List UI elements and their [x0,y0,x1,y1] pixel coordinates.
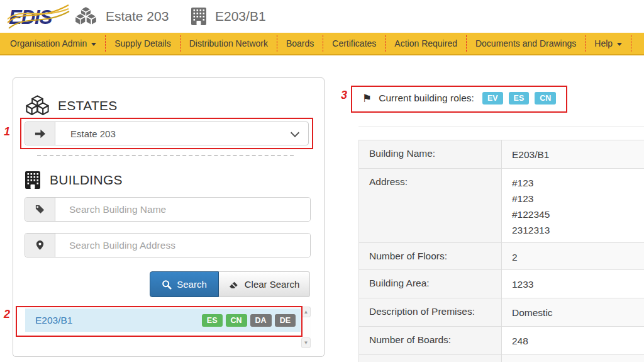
roles-label: Current building roles: [379,93,474,104]
search-button-label: Search [177,279,207,290]
search-button[interactable]: Search [150,271,219,297]
edis-app: EDIS Estate 203 [0,0,644,362]
search-icon [162,280,172,290]
edis-logo-graphic: EDIS [8,3,70,31]
breadcrumb-estate-label: Estate 203 [106,9,169,24]
annotation-number-1: 1 [4,125,10,139]
detail-label: Number of Boards: [359,327,502,354]
detail-label: Building Name: [359,140,502,168]
nav-certificates-label: Certificates [332,38,376,48]
building-address-search-group [25,233,311,257]
nav-help-label: Help [594,38,613,48]
detail-value: 1233 [502,270,644,298]
detail-value: 248 [502,327,644,354]
annotation-number-2: 2 [4,308,10,321]
table-row: Building Area: 1233 [359,270,644,298]
nav-certificates[interactable]: Certificates [323,33,385,54]
table-row [359,355,644,362]
list-scrollbar[interactable]: ▲ ▼ [301,307,311,348]
search-button-group: Search Clear Search [150,271,310,297]
table-row: Number of Boards: 248 [359,327,644,355]
estates-heading: ESTATES [26,95,118,116]
chevron-down-icon [291,128,299,137]
breadcrumb-estate: Estate 203 [74,0,169,33]
building-list-item[interactable]: E203/B1 ES CN DA DE [25,308,301,332]
building-name-search-group [25,197,311,222]
section-divider [37,155,294,156]
nav-boards-label: Boards [286,38,314,48]
scroll-down-arrow-icon[interactable]: ▼ [301,337,311,348]
detail-label: Building Area: [359,270,502,298]
building-role-badges: ES CN DA DE [202,314,301,327]
main-navbar: Organisation Admin Supply Details Distri… [0,33,644,55]
caret-down-icon [91,43,96,46]
cubes-icon [26,95,49,116]
table-row: Address: #123 #123 #122345 2312313 [359,169,644,243]
cubes-icon [74,6,97,27]
breadcrumb-building: E203/B1 [191,0,266,33]
estates-title: ESTATES [58,98,118,113]
nav-distribution-network[interactable]: Distribution Network [180,33,277,54]
building-address-search-input[interactable] [55,234,310,257]
nav-separator [631,35,631,52]
estate-select-group: Estate 203 [25,122,309,145]
role-badge-da: DA [250,314,272,327]
current-building-roles: ⚑ Current building roles: EV ES CN [362,90,556,106]
nav-supply-details-label: Supply Details [114,38,171,48]
scroll-up-arrow-icon[interactable]: ▲ [301,307,311,317]
tag-icon [25,198,55,221]
arrow-right-icon [25,122,55,145]
nav-supply-details[interactable]: Supply Details [106,33,180,54]
detail-label: Address: [359,169,502,242]
nav-distribution-network-label: Distribution Network [189,38,268,48]
nav-documents-and-drawings[interactable]: Documents and Drawings [467,33,585,54]
table-row: Building Name: E203/B1 [359,140,644,169]
detail-value: Domestic [502,298,644,326]
nav-action-required[interactable]: Action Required [386,33,466,54]
breadcrumb-building-label: E203/B1 [215,9,266,24]
buildings-title: BUILDINGS [50,173,123,188]
table-row: Number of Floors: 2 [359,243,644,270]
flag-icon: ⚑ [362,92,372,105]
nav-documents-and-drawings-label: Documents and Drawings [475,38,576,48]
table-row: Description of Premises: Domestic [359,298,644,327]
roles-divider [358,127,644,127]
estates-buildings-panel: ESTATES Estate 203 [13,77,325,357]
buildings-result-list: E203/B1 ES CN DA DE ▲ ▼ [25,307,311,348]
role-badge-es: ES [202,314,223,327]
edis-logo: EDIS [8,3,70,31]
role-badge-de: DE [275,314,296,327]
eraser-icon [229,279,240,290]
building-role-badge-cn: CN [535,92,556,105]
detail-value: 2 [502,243,644,269]
estate-select-value: Estate 203 [70,128,116,139]
building-list-item-name: E203/B1 [25,315,72,326]
building-icon [25,171,41,189]
detail-value: #123 #123 #122345 2312313 [502,169,644,242]
nav-action-required-label: Action Required [394,38,457,48]
nav-boards[interactable]: Boards [277,33,323,54]
nav-help[interactable]: Help [586,33,631,54]
detail-label [359,355,502,362]
estate-select[interactable]: Estate 203 [55,122,308,145]
clear-search-button[interactable]: Clear Search [219,271,310,297]
building-name-search-input[interactable] [55,198,310,221]
buildings-heading: BUILDINGS [25,171,123,189]
map-pin-icon [25,234,55,257]
app-header: EDIS Estate 203 [0,0,644,33]
detail-value: E203/B1 [502,140,644,168]
role-badge-cn: CN [226,314,247,327]
caret-down-icon [617,43,622,46]
building-icon [191,7,207,26]
building-details-table: Building Name: E203/B1 Address: #123 #12… [358,140,644,362]
building-role-badge-es: ES [509,92,530,105]
building-role-badge-ev: EV [482,92,503,105]
detail-label: Number of Floors: [359,243,502,269]
nav-organisation-admin-label: Organisation Admin [10,38,87,48]
detail-value [502,355,644,362]
detail-label: Description of Premises: [359,298,502,326]
clear-search-button-label: Clear Search [245,279,300,290]
nav-organisation-admin[interactable]: Organisation Admin [1,33,105,54]
annotation-number-3: 3 [341,89,347,102]
